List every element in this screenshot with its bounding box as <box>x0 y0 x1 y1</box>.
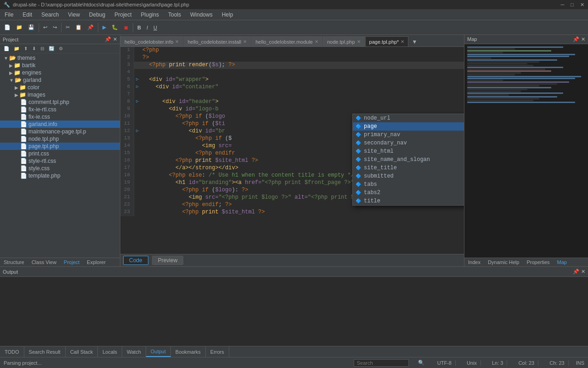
menu-view[interactable]: View <box>63 11 85 19</box>
tree-item-template[interactable]: 📄 template.php <box>0 172 120 179</box>
ptb-collapse[interactable]: ⊟ <box>39 45 46 52</box>
ptb-new[interactable]: 📄 <box>2 45 11 52</box>
menu-project[interactable]: Project <box>110 11 136 19</box>
tab-close[interactable]: ✕ <box>315 39 318 44</box>
paste-btn[interactable]: 📌 <box>85 23 96 32</box>
new-btn[interactable]: 📄 <box>2 23 13 32</box>
menu-file[interactable]: File <box>0 11 18 19</box>
ac-item-site-name-slogan[interactable]: 🔷 site_name_and_slogan <box>353 155 464 164</box>
tree-item-fix-ie[interactable]: 📄 fix-ie.css <box>0 113 120 121</box>
ptb-settings[interactable]: ⚙ <box>57 45 65 52</box>
italic-btn[interactable]: I <box>144 23 150 32</box>
ac-item-site-title[interactable]: 🔷 site_title <box>353 164 464 172</box>
tree-item-print[interactable]: 📄 print.css <box>0 150 120 157</box>
tab-page[interactable]: page.tpl.php* ✕ <box>365 36 409 46</box>
tab-node[interactable]: node.tpl.php ✕ <box>323 36 365 46</box>
ptb-newfolder[interactable]: 📁 <box>12 45 21 52</box>
menu-tools[interactable]: Tools <box>164 11 186 19</box>
tree-item-style-rtl[interactable]: 📄 style-rtl.css <box>0 157 120 165</box>
redo-btn[interactable]: ↪ <box>51 23 59 32</box>
tree-item-fix-ie-rtl[interactable]: 📄 fix-ie-rtl.css <box>0 106 120 113</box>
tree-item-page[interactable]: 📄 page.tpl.php <box>0 143 120 150</box>
ptb-up[interactable]: ⬆ <box>22 45 29 52</box>
tree-item-maintenance[interactable]: 📄 maintenance-page.tpl.p <box>0 128 120 135</box>
tree-item-bartik[interactable]: ▶ 📁 bartik <box>0 62 120 69</box>
close-map-icon[interactable]: ✕ <box>581 36 585 42</box>
pin-icon[interactable]: 📌 <box>573 36 579 42</box>
todo-tab-errors[interactable]: Errors <box>206 346 229 357</box>
tab-hello-info[interactable]: hello_codelobster.info ✕ <box>120 36 183 46</box>
tab-more[interactable]: ▼ <box>409 37 420 46</box>
tab-close[interactable]: ✕ <box>401 39 404 44</box>
tab-close[interactable]: ✕ <box>243 39 247 44</box>
menu-edit[interactable]: Edit <box>18 11 37 19</box>
rnav-props[interactable]: Properties <box>523 258 553 266</box>
rnav-dynhelp[interactable]: Dynamic Help <box>484 258 523 266</box>
tree-item-garland[interactable]: ▼ 📂 garland <box>0 76 120 84</box>
todo-tab-output[interactable]: Output <box>146 346 171 357</box>
close-output-icon[interactable]: ✕ <box>581 269 585 275</box>
todo-tab-watch[interactable]: Watch <box>122 346 146 357</box>
preview-tab[interactable]: Preview <box>152 256 184 265</box>
save-btn[interactable]: 💾 <box>26 23 37 32</box>
todo-tab-todo[interactable]: TODO <box>0 346 24 357</box>
menu-plugins[interactable]: Plugins <box>136 11 164 19</box>
tab-hello-install[interactable]: hello_codelobster.install ✕ <box>183 36 251 46</box>
pin-icon[interactable]: 📌 <box>105 36 111 42</box>
ptb-down[interactable]: ⬇ <box>30 45 38 52</box>
tree-item-comment[interactable]: 📄 comment.tpl.php <box>0 98 120 106</box>
todo-tab-callstack[interactable]: Call Stack <box>66 346 98 357</box>
debug-btn[interactable]: 🐛 <box>109 23 120 32</box>
pnav-project[interactable]: Project <box>60 258 83 266</box>
stop-btn[interactable]: ⏹ <box>121 23 131 32</box>
menu-debug[interactable]: Debug <box>85 11 110 19</box>
ac-item-tabs[interactable]: 🔷 tabs <box>353 180 464 189</box>
run-btn[interactable]: ▶ <box>100 23 108 32</box>
ptb-refresh[interactable]: 🔄 <box>47 45 56 52</box>
tree-item-images[interactable]: ▶ 📁 images <box>0 91 120 98</box>
ac-item-page[interactable]: 🔷 page <box>353 122 464 131</box>
tab-close[interactable]: ✕ <box>175 39 179 44</box>
rnav-index[interactable]: Index <box>464 258 484 266</box>
cut-btn[interactable]: ✂ <box>63 23 72 32</box>
pnav-classview[interactable]: Class View <box>28 258 60 266</box>
maximize-btn[interactable]: □ <box>571 2 574 7</box>
bold-btn[interactable]: B <box>135 23 143 32</box>
ac-item-secondary-nav[interactable]: 🔷 secondary_nav <box>353 139 464 147</box>
undo-btn[interactable]: ↩ <box>41 23 50 32</box>
tab-close[interactable]: ✕ <box>357 39 361 44</box>
todo-tab-locals[interactable]: Locals <box>98 346 122 357</box>
open-btn[interactable]: 📁 <box>14 23 25 32</box>
minimize-btn[interactable]: ─ <box>561 2 565 7</box>
close-btn[interactable]: ✕ <box>580 2 584 8</box>
tree-item-garland-info[interactable]: 📄 garland.info <box>0 121 120 128</box>
todo-tab-bookmarks[interactable]: Bookmarks <box>171 346 206 357</box>
todo-tab-search[interactable]: Search Result <box>24 346 66 357</box>
rnav-map[interactable]: Map <box>554 258 571 266</box>
close-panel-icon[interactable]: ✕ <box>113 36 117 42</box>
tab-hello-module[interactable]: hello_codelobster.module ✕ <box>251 36 322 46</box>
ac-item-site-html[interactable]: 🔷 site_html <box>353 147 464 155</box>
editor-content[interactable]: 1 <?php 2 ?> 3 <?php print render($s); ?… <box>120 47 464 254</box>
tree-item-color[interactable]: ▶ 📁 color <box>0 84 120 91</box>
search-input[interactable] <box>354 359 409 367</box>
ac-item-primary-nav[interactable]: 🔷 primary_nav <box>353 131 464 139</box>
tree-item-node[interactable]: 📄 node.tpl.php <box>0 135 120 143</box>
menu-search[interactable]: Search <box>37 11 63 19</box>
ac-item-tabs2[interactable]: 🔷 tabs2 <box>353 189 464 197</box>
search-btn[interactable]: 🔍 <box>416 360 426 366</box>
menu-help[interactable]: Help <box>217 11 238 19</box>
pnav-structure[interactable]: Structure <box>0 258 28 266</box>
ac-item-node-url[interactable]: 🔷 node_url <box>353 114 464 122</box>
tree-item-themes[interactable]: ▼ 📂 themes <box>0 54 120 62</box>
menu-windows[interactable]: Windows <box>186 11 217 19</box>
tree-item-engines[interactable]: ▶ 📁 engines <box>0 69 120 76</box>
pnav-explorer[interactable]: Explorer <box>83 258 109 266</box>
copy-btn[interactable]: 📋 <box>73 23 84 32</box>
underline-btn[interactable]: U <box>151 23 159 32</box>
tree-item-style[interactable]: 📄 style.css <box>0 165 120 172</box>
code-tab[interactable]: Code <box>123 256 148 265</box>
ac-item-title[interactable]: 🔷 title <box>353 197 464 205</box>
ac-item-submitted[interactable]: 🔷 submitted <box>353 172 464 180</box>
pin-output-icon[interactable]: 📌 <box>573 269 579 275</box>
